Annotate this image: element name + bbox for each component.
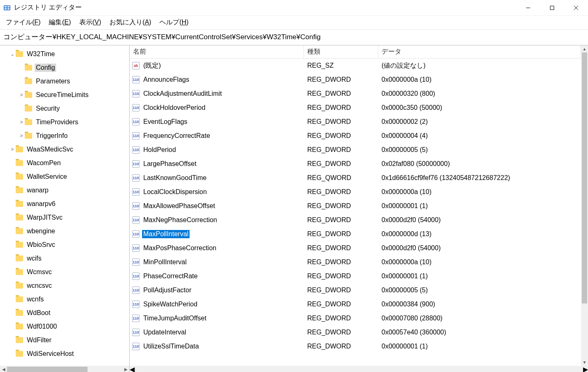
scroll-down-icon[interactable]: ▼ xyxy=(581,359,588,366)
folder-icon xyxy=(16,296,23,302)
value-row[interactable]: 110MaxPollIntervalREG_DWORD0x0000000d (1… xyxy=(130,227,588,241)
tree-item[interactable]: >WdBoot xyxy=(0,306,129,320)
menu-view[interactable]: 表示(V) xyxy=(77,17,104,28)
value-name: UpdateInterval xyxy=(142,328,187,336)
value-row[interactable]: 110SpikeWatchPeriodREG_DWORD0x00000384 (… xyxy=(130,297,588,311)
value-data: 0x00000001 (1) xyxy=(378,272,588,280)
maximize-button[interactable] xyxy=(540,0,564,16)
binary-value-icon: 110 xyxy=(132,90,140,97)
list-hscrollbar[interactable]: ◀ ▶ xyxy=(130,366,588,372)
scroll-right-icon[interactable]: ▶ xyxy=(122,366,129,372)
value-row[interactable]: 110PollAdjustFactorREG_DWORD0x00000005 (… xyxy=(130,283,588,297)
binary-value-icon: 110 xyxy=(132,244,140,252)
value-row[interactable]: 110EventLogFlagsREG_DWORD0x00000002 (2) xyxy=(130,115,588,129)
value-name: TimeJumpAuditOffset xyxy=(142,314,208,322)
chevron-right-icon[interactable]: > xyxy=(9,147,16,152)
tree-item[interactable]: >TriggerInfo xyxy=(0,129,129,142)
address-path: コンピューター¥HKEY_LOCAL_MACHINE¥SYSTEM¥Curren… xyxy=(3,33,320,41)
value-type: REG_DWORD xyxy=(304,272,378,280)
folder-icon xyxy=(16,51,23,57)
menu-file[interactable]: ファイル(F) xyxy=(3,17,43,28)
value-type: REG_QWORD xyxy=(304,174,378,182)
value-type: REG_DWORD xyxy=(304,104,378,111)
tree-item[interactable]: >Wcmsvc xyxy=(0,265,129,279)
tree-item[interactable]: >wanarpv6 xyxy=(0,197,129,211)
tree-item[interactable]: >wanarp xyxy=(0,183,129,197)
value-row[interactable]: 110UpdateIntervalREG_DWORD0x00057e40 (36… xyxy=(130,325,588,339)
value-row[interactable]: 110LastKnownGoodTimeREG_QWORD0x1d66616cf… xyxy=(130,171,588,185)
value-row[interactable]: 110LargePhaseOffsetREG_DWORD0x02faf080 (… xyxy=(130,157,588,171)
scroll-right-icon[interactable]: ▶ xyxy=(583,365,588,372)
value-row[interactable]: 110AnnounceFlagsREG_DWORD0x0000000a (10) xyxy=(130,73,588,87)
column-name[interactable]: 名前 xyxy=(130,45,304,58)
value-row[interactable]: 110MaxPosPhaseCorrectionREG_DWORD0x0000d… xyxy=(130,241,588,255)
tree-item[interactable]: >WdiServiceHost xyxy=(0,347,129,360)
tree-item[interactable]: >WacomPen xyxy=(0,156,129,170)
tree-item[interactable]: >WdFilter xyxy=(0,333,129,347)
chevron-down-icon[interactable]: ⌄ xyxy=(9,51,16,57)
menu-help[interactable]: ヘルプ(H) xyxy=(157,17,191,28)
menu-favorites[interactable]: お気に入り(A) xyxy=(107,17,154,28)
tree-item[interactable]: >Parameters xyxy=(0,74,129,88)
scroll-left-icon[interactable]: ◀ xyxy=(0,366,7,372)
values-list[interactable]: ab(既定)REG_SZ(値の設定なし)110AnnounceFlagsREG_… xyxy=(130,59,588,366)
value-row[interactable]: 110LocalClockDispersionREG_DWORD0x000000… xyxy=(130,185,588,199)
tree-item[interactable]: ⌄W32Time xyxy=(0,47,129,61)
value-row[interactable]: 110FrequencyCorrectRateREG_DWORD0x000000… xyxy=(130,129,588,143)
value-row[interactable]: 110PhaseCorrectRateREG_DWORD0x00000001 (… xyxy=(130,269,588,283)
menu-edit[interactable]: 編集(E) xyxy=(46,17,73,28)
minimize-button[interactable] xyxy=(516,0,540,16)
tree-item[interactable]: >wbengine xyxy=(0,224,129,238)
scroll-up-icon[interactable]: ▲ xyxy=(581,45,588,52)
tree-item[interactable]: >WaaSMedicSvc xyxy=(0,142,129,156)
list-vscrollbar[interactable]: ▲ ▼ xyxy=(581,45,588,366)
value-row[interactable]: 110MaxNegPhaseCorrectionREG_DWORD0x0000d… xyxy=(130,213,588,227)
tree-item-label: wcncsvc xyxy=(26,282,53,290)
binary-value-icon: 110 xyxy=(132,132,140,140)
tree-item[interactable]: >WbioSrvc xyxy=(0,238,129,251)
chevron-right-icon[interactable]: > xyxy=(18,133,25,139)
tree-hscrollbar[interactable]: ◀ ▶ xyxy=(0,366,129,372)
folder-icon xyxy=(16,201,23,207)
address-bar[interactable]: コンピューター¥HKEY_LOCAL_MACHINE¥SYSTEM¥Curren… xyxy=(0,30,588,45)
close-button[interactable] xyxy=(564,0,588,16)
value-name: FrequencyCorrectRate xyxy=(142,132,211,140)
tree-item[interactable]: >Config xyxy=(0,61,129,74)
value-row[interactable]: 110MaxAllowedPhaseOffsetREG_DWORD0x00000… xyxy=(130,199,588,213)
value-row[interactable]: 110ClockAdjustmentAuditLimitREG_DWORD0x0… xyxy=(130,87,588,101)
value-row[interactable]: 110UtilizeSslTimeDataREG_DWORD0x00000001… xyxy=(130,339,588,353)
value-row[interactable]: 110ClockHoldoverPeriodREG_DWORD0x0000c35… xyxy=(130,101,588,115)
folder-icon xyxy=(16,147,23,152)
tree-item[interactable]: >SecureTimeLimits xyxy=(0,88,129,102)
binary-value-icon: 110 xyxy=(132,118,140,126)
tree-item-label: Wdf01000 xyxy=(26,322,58,331)
value-name: MaxPollInterval xyxy=(142,230,190,238)
value-row[interactable]: 110TimeJumpAuditOffsetREG_DWORD0x0000708… xyxy=(130,311,588,325)
value-row[interactable]: ab(既定)REG_SZ(値の設定なし) xyxy=(130,59,588,73)
tree-item[interactable]: >wcifs xyxy=(0,251,129,265)
tree-item-label: W32Time xyxy=(26,50,56,58)
value-type: REG_DWORD xyxy=(304,76,378,83)
tree-item[interactable]: >Security xyxy=(0,102,129,115)
value-row[interactable]: 110HoldPeriodREG_DWORD0x00000005 (5) xyxy=(130,143,588,157)
column-data[interactable]: データ xyxy=(378,45,581,58)
binary-value-icon: 110 xyxy=(132,202,140,210)
tree-item[interactable]: >WarpJITSvc xyxy=(0,211,129,224)
tree-item[interactable]: >wcncsvc xyxy=(0,279,129,292)
value-name: AnnounceFlags xyxy=(142,76,190,84)
binary-value-icon: 110 xyxy=(132,104,140,111)
folder-icon xyxy=(25,106,32,111)
value-name: MinPollInterval xyxy=(142,258,188,266)
registry-tree[interactable]: ⌄W32Time>Config>Parameters>SecureTimeLim… xyxy=(0,45,129,360)
tree-item[interactable]: >TimeProviders xyxy=(0,115,129,129)
scroll-left-icon[interactable]: ◀ xyxy=(130,365,135,372)
chevron-right-icon[interactable]: > xyxy=(18,92,25,98)
value-type: REG_DWORD xyxy=(304,258,378,266)
chevron-right-icon[interactable]: > xyxy=(18,119,25,125)
folder-icon xyxy=(16,256,23,261)
tree-item[interactable]: >wcnfs xyxy=(0,292,129,306)
column-type[interactable]: 種類 xyxy=(304,45,378,58)
tree-item[interactable]: >WalletService xyxy=(0,170,129,183)
tree-item[interactable]: >Wdf01000 xyxy=(0,320,129,333)
value-row[interactable]: 110MinPollIntervalREG_DWORD0x0000000a (1… xyxy=(130,255,588,269)
